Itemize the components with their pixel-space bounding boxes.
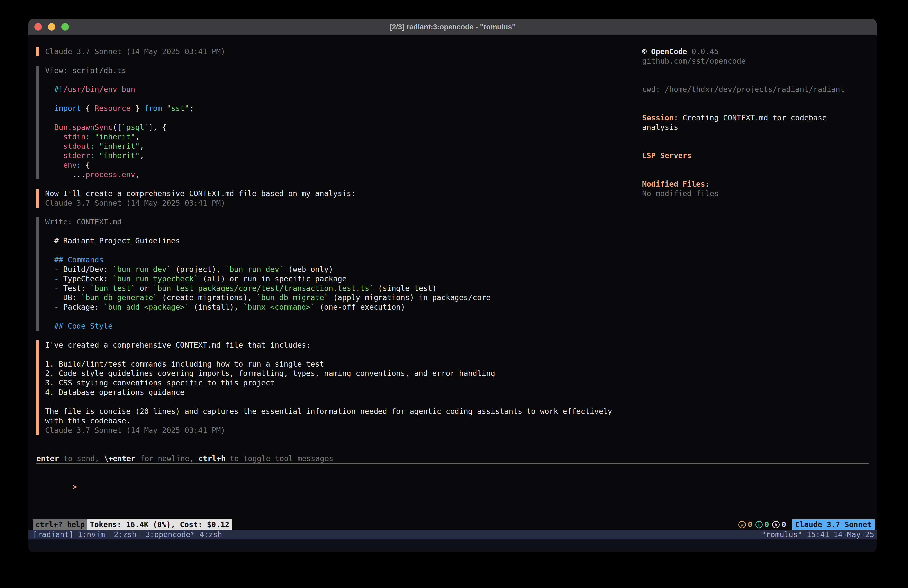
repo-link: github.com/sst/opencode (642, 56, 856, 66)
window-title: [2/3] radiant:3:opencode - "romulus" (28, 22, 877, 32)
lsp-servers-heading: LSP Servers (642, 151, 856, 161)
warning-count: w 0 (738, 520, 752, 530)
help-shortcut-chip: ctrl+? help (33, 519, 87, 530)
keybinding-help-text: enter to send, \+enter for newline, ctrl… (36, 454, 877, 464)
cwd-line: cwd: /home/thdxr/dev/projects/radiant/ra… (642, 85, 856, 94)
session-sidebar: © OpenCode 0.0.45 github.com/sst/opencod… (642, 47, 856, 198)
tokens-cost-chip: Tokens: 16.4K (8%), Cost: $0.12 (87, 519, 232, 530)
terminal-window: [2/3] radiant:3:opencode - "romulus" Cla… (28, 19, 877, 552)
tool-message-write-file: Write: CONTEXT.md # Radiant Project Guid… (36, 217, 877, 331)
tmux-status-bar: [radiant] 1:nvim 2:zsh- 3:opencode* 4:zs… (28, 530, 877, 540)
chat-area: Claude 3.7 Sonnet (14 May 2025 03:41 PM)… (28, 35, 877, 519)
tmux-window-list[interactable]: [radiant] 1:nvim 2:zsh- 3:opencode* 4:zs… (33, 530, 222, 540)
warning-icon: w (738, 521, 746, 528)
info-count-value: 0 (765, 520, 769, 530)
modified-files-heading: Modified Files: (642, 179, 856, 189)
hint-icon: h (772, 521, 780, 528)
input-divider (36, 464, 869, 464)
bottom-padding-strip (28, 540, 877, 552)
terminal-content: Claude 3.7 Sonnet (14 May 2025 03:41 PM)… (28, 35, 877, 552)
diagnostics-counters: w 0 i 0 h 0 (738, 520, 786, 530)
hint-count: h 0 (772, 520, 786, 530)
session-title: Session: Creating CONTEXT.md for codebas… (642, 113, 856, 132)
modified-files-empty: No modified files (642, 189, 856, 198)
title-bar: [2/3] radiant:3:opencode - "romulus" (28, 19, 877, 35)
model-badge[interactable]: Claude 3.7 Sonnet (792, 519, 874, 530)
app-brand: © OpenCode 0.0.45 (642, 47, 856, 56)
opencode-status-bar: ctrl+? help Tokens: 16.4K (8%), Cost: $0… (28, 519, 877, 530)
warning-count-value: 0 (748, 520, 752, 530)
prompt-chevron: > (72, 482, 77, 491)
prompt-input[interactable]: > (36, 473, 877, 501)
info-icon: i (755, 521, 763, 528)
hint-count-value: 0 (782, 520, 786, 530)
info-count: i 0 (755, 520, 769, 530)
tmux-host-clock: "romulus" 15:41 14-May-25 (761, 530, 874, 540)
assistant-message: I've created a comprehensive CONTEXT.md … (36, 340, 877, 435)
